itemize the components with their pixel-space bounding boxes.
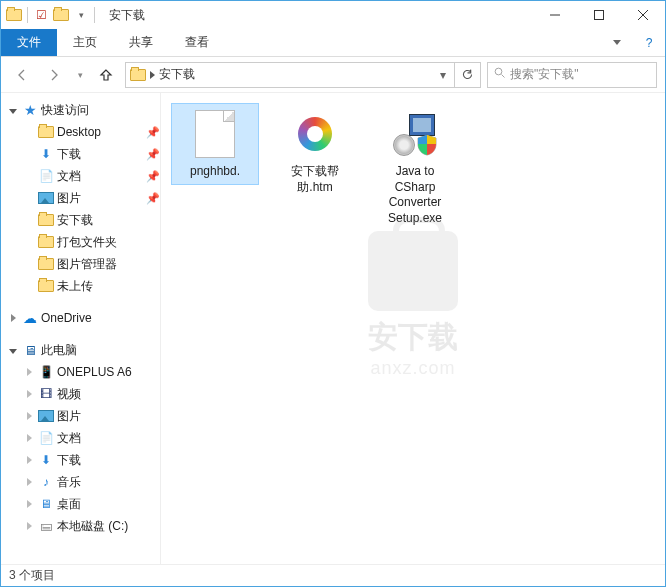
phone-icon: 📱 [37,363,55,381]
sidebar-item-label: 本地磁盘 (C:) [57,518,160,535]
sidebar-onedrive[interactable]: ☁ OneDrive [1,307,160,329]
file-item[interactable]: 安下载帮助.htm [271,103,359,200]
folder-icon [37,211,55,229]
folder-icon [37,123,55,141]
search-placeholder: 搜索"安下载" [510,66,579,83]
status-text: 3 个项目 [9,567,55,584]
sidebar-item[interactable]: 📱ONEPLUS A6 [1,361,160,383]
sidebar-item-label: 文档 [57,430,160,447]
sidebar-item[interactable]: 🖥桌面 [1,493,160,515]
document-icon: 📄 [37,167,55,185]
sidebar-item-label: 安下载 [57,212,160,229]
music-icon: ♪ [37,473,55,491]
sidebar-item[interactable]: 📄文档📌 [1,165,160,187]
file-icon [195,110,235,158]
picture-icon [37,189,55,207]
refresh-button[interactable] [455,62,481,88]
address-bar[interactable]: 安下载 ▾ [125,62,455,88]
status-bar: 3 个项目 [1,564,665,586]
up-button[interactable] [93,62,119,88]
sidebar-item[interactable]: 图片管理器 [1,253,160,275]
desktop-icon: 🖥 [37,495,55,513]
breadcrumb-sep-icon[interactable] [150,68,155,82]
download-icon: ⬇ [37,451,55,469]
address-dropdown-icon[interactable]: ▾ [434,68,452,82]
pin-icon: 📌 [146,192,160,205]
sidebar-item[interactable]: 🎞视频 [1,383,160,405]
sidebar-item-label: 下载 [57,146,144,163]
folder-icon [37,277,55,295]
pin-icon: 📌 [146,148,160,161]
pin-icon: 📌 [146,170,160,183]
svg-line-5 [502,75,505,78]
sidebar-item[interactable]: 📄文档 [1,427,160,449]
sidebar-item[interactable]: 🖴本地磁盘 (C:) [1,515,160,537]
folder-icon[interactable] [5,6,23,24]
file-item[interactable]: pnghhbd. [171,103,259,185]
search-input[interactable]: 搜索"安下载" [487,62,657,88]
file-name: 安下载帮助.htm [276,164,354,195]
search-icon [494,67,506,82]
tab-view[interactable]: 查看 [169,29,225,56]
file-list[interactable]: pnghhbd.安下载帮助.htmJava to CSharp Converte… [161,93,665,564]
cloud-icon: ☁ [21,309,39,327]
breadcrumb[interactable]: 安下载 [157,66,432,83]
pin-icon: 📌 [146,126,160,139]
sidebar-item[interactable]: ⬇下载📌 [1,143,160,165]
tab-share[interactable]: 共享 [113,29,169,56]
forward-button[interactable] [41,62,67,88]
qat-dropdown-icon[interactable]: ▾ [72,6,90,24]
sidebar-quick-access[interactable]: ★ 快速访问 [1,99,160,121]
sidebar-item[interactable]: 安下载 [1,209,160,231]
pc-icon: 🖥 [21,341,39,359]
svg-rect-1 [595,11,604,20]
ribbon-expand-icon[interactable] [601,29,633,56]
disk-icon: 🖴 [37,517,55,535]
document-icon: 📄 [37,429,55,447]
sidebar-item[interactable]: ⬇下载 [1,449,160,471]
maximize-button[interactable] [577,1,621,29]
folder-icon [37,255,55,273]
video-icon: 🎞 [37,385,55,403]
window-controls [533,1,665,29]
navigation-pane[interactable]: ★ 快速访问 Desktop📌⬇下载📌📄文档📌图片📌安下载打包文件夹图片管理器未… [1,93,161,564]
folder-icon[interactable] [52,6,70,24]
sidebar-item[interactable]: 未上传 [1,275,160,297]
sidebar-item[interactable]: 打包文件夹 [1,231,160,253]
sidebar-item[interactable]: 图片 [1,405,160,427]
recent-dropdown-icon[interactable]: ▾ [73,62,87,88]
sidebar-item-label: Desktop [57,125,144,139]
picture-icon [37,407,55,425]
close-button[interactable] [621,1,665,29]
star-icon: ★ [21,101,39,119]
tab-file[interactable]: 文件 [1,29,57,56]
sidebar-item[interactable]: 图片📌 [1,187,160,209]
sidebar-item-label: 视频 [57,386,160,403]
file-item[interactable]: Java to CSharp Converter Setup.exe [371,103,459,231]
sidebar-this-pc[interactable]: 🖥 此电脑 [1,339,160,361]
sidebar-item-label: 下载 [57,452,160,469]
back-button[interactable] [9,62,35,88]
folder-icon [37,233,55,251]
navigation-bar: ▾ 安下载 ▾ 搜索"安下载" [1,57,665,93]
sidebar-item-label: ONEPLUS A6 [57,365,160,379]
file-name: Java to CSharp Converter Setup.exe [376,164,454,226]
htm-icon [298,117,332,151]
sidebar-item-label: 文档 [57,168,144,185]
installer-icon [393,112,437,156]
qat-separator [94,7,95,23]
properties-icon[interactable]: ☑ [32,6,50,24]
sidebar-item[interactable]: ♪音乐 [1,471,160,493]
sidebar-item-label: 音乐 [57,474,160,491]
download-icon: ⬇ [37,145,55,163]
tab-home[interactable]: 主页 [57,29,113,56]
sidebar-item-label: 未上传 [57,278,160,295]
quick-access-toolbar: ☑ ▾ [1,6,101,24]
sidebar-item-label: 图片 [57,190,144,207]
sidebar-item-label: 打包文件夹 [57,234,160,251]
sidebar-item[interactable]: Desktop📌 [1,121,160,143]
minimize-button[interactable] [533,1,577,29]
titlebar: ☑ ▾ 安下载 [1,1,665,29]
help-button[interactable]: ? [633,29,665,56]
folder-icon [128,65,148,85]
